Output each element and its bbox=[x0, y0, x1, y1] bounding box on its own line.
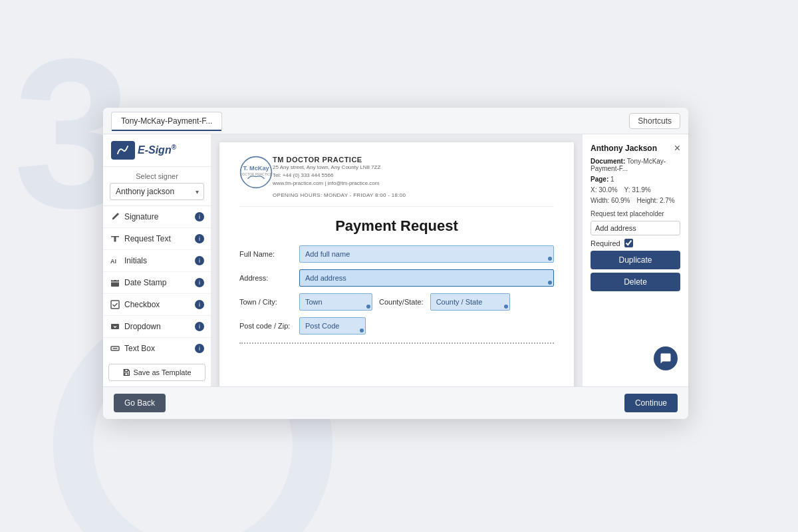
form-row-postcode: Post code / Zip: Post Code bbox=[239, 317, 554, 334]
required-checkbox[interactable] bbox=[624, 239, 633, 247]
panel-x: X: 30.0% bbox=[591, 186, 618, 194]
doc-contact: Tel: +44 (0) 333 444 5566 bbox=[273, 172, 406, 180]
main-modal: Tony-McKay-Payment-F... Shortcuts E-Sign… bbox=[103, 108, 688, 419]
modal-footer: Go Back Continue bbox=[103, 386, 688, 419]
delete-button[interactable]: Delete bbox=[591, 273, 680, 291]
dotted-divider bbox=[239, 342, 554, 344]
signer-select-wrapper[interactable]: Anthony jackson bbox=[110, 183, 204, 200]
sidebar: E-Sign® Select signer Anthony jackson Si… bbox=[103, 134, 211, 386]
panel-width: Width: 60.9% bbox=[591, 197, 630, 204]
textbox-icon bbox=[110, 343, 120, 354]
doctor-logo: T. McKay DOCTOR PRACTICE bbox=[239, 156, 273, 189]
svg-text:T. McKay: T. McKay bbox=[243, 165, 269, 172]
resize-handle-fullname[interactable] bbox=[548, 257, 552, 261]
panel-page-label: Page: bbox=[591, 176, 608, 183]
info-icon-request-text: i bbox=[195, 234, 204, 243]
select-signer-section: Select signer Anthony jackson bbox=[103, 167, 211, 206]
required-label: Required bbox=[591, 239, 620, 247]
shortcuts-button[interactable]: Shortcuts bbox=[629, 113, 680, 129]
field-county-placeholder: County / State bbox=[436, 298, 483, 306]
doc-website: www.tm-practice.com | info@tm-practice.c… bbox=[273, 180, 406, 188]
panel-height: Height: 2.7% bbox=[636, 197, 674, 204]
field-county-state[interactable]: County / State bbox=[430, 293, 510, 311]
sidebar-label-text-box: Text Box bbox=[124, 344, 191, 353]
chat-bubble[interactable] bbox=[654, 346, 678, 370]
doc-info: TM DOCTOR PRACTICE 25 Any street, Any to… bbox=[273, 156, 406, 200]
logo-icon bbox=[111, 141, 135, 160]
resize-handle-town[interactable] bbox=[366, 305, 370, 309]
doc-address: 25 Any street, Any town, Any County LN8 … bbox=[273, 164, 406, 172]
sidebar-label-checkbox: Checkbox bbox=[124, 300, 191, 309]
continue-button[interactable]: Continue bbox=[624, 394, 678, 412]
document-tab[interactable]: Tony-McKay-Payment-F... bbox=[111, 112, 222, 130]
panel-y: Y: 31.9% bbox=[624, 186, 651, 194]
svg-rect-2 bbox=[111, 301, 119, 309]
field-fullname[interactable]: Add full name bbox=[299, 245, 554, 263]
duplicate-button[interactable]: Duplicate bbox=[591, 251, 680, 269]
tab-label: Tony-McKay-Payment-F... bbox=[121, 116, 212, 126]
doc-hours: OPENING HOURS: MONDAY - FRIDAY 8:00 - 18… bbox=[273, 192, 406, 200]
sidebar-label-dropdown: Dropdown bbox=[124, 322, 191, 331]
doc-header: T. McKay DOCTOR PRACTICE TM DOCTOR PRACT… bbox=[239, 156, 554, 207]
modal-header: Tony-McKay-Payment-F... Shortcuts bbox=[103, 108, 688, 134]
save-template-label: Save as Template bbox=[133, 368, 191, 376]
practice-name: TM DOCTOR PRACTICE bbox=[273, 156, 406, 164]
field-address[interactable]: Add address bbox=[299, 269, 554, 287]
panel-dimensions: Width: 60.9% Height: 2.7% bbox=[591, 197, 680, 204]
panel-placeholder-input[interactable] bbox=[591, 221, 680, 235]
sidebar-item-text-box[interactable]: Text Box i bbox=[103, 338, 211, 358]
info-icon-checkbox: i bbox=[195, 300, 204, 309]
right-panel: Anthony Jackson × Document: Tony-McKay-P… bbox=[582, 134, 688, 386]
modal-body: E-Sign® Select signer Anthony jackson Si… bbox=[103, 134, 688, 386]
svg-text:DOCTOR PRACTICE: DOCTOR PRACTICE bbox=[240, 172, 273, 176]
info-icon-dropdown: i bbox=[195, 322, 204, 331]
calendar-icon bbox=[110, 277, 120, 288]
save-template-button[interactable]: Save as Template bbox=[108, 364, 205, 381]
go-back-button[interactable]: Go Back bbox=[114, 394, 166, 412]
field-town[interactable]: Town bbox=[299, 293, 372, 311]
sidebar-item-initials[interactable]: AI Initials i bbox=[103, 250, 211, 272]
form-row-town-county: Town / City: Town County/State: County /… bbox=[239, 293, 554, 311]
sidebar-label-date-stamp: Date Stamp bbox=[124, 278, 191, 287]
dropdown-icon bbox=[110, 321, 120, 332]
sidebar-item-signature[interactable]: Signature i bbox=[103, 206, 211, 228]
select-signer-label: Select signer bbox=[110, 172, 204, 180]
right-panel-content: Anthony Jackson × Document: Tony-McKay-P… bbox=[591, 142, 680, 291]
label-town: Town / City: bbox=[239, 298, 293, 306]
resize-handle-postcode[interactable] bbox=[360, 329, 364, 332]
field-town-placeholder: Town bbox=[305, 298, 323, 306]
panel-document-label: Document: bbox=[591, 158, 625, 165]
sidebar-item-dropdown[interactable]: Dropdown i bbox=[103, 316, 211, 338]
sidebar-label-request-text: Request Text bbox=[124, 234, 191, 243]
logo-text: E-Sign® bbox=[138, 144, 176, 156]
panel-document-row: Document: Tony-McKay-Payment-F... bbox=[591, 158, 680, 172]
sidebar-item-request-text[interactable]: Request Text i bbox=[103, 228, 211, 250]
resize-handle-county[interactable] bbox=[504, 305, 508, 309]
panel-signer-name: Anthony Jackson bbox=[591, 144, 657, 153]
info-icon-text-box: i bbox=[195, 344, 204, 353]
label-fullname: Full Name: bbox=[239, 250, 293, 258]
sidebar-item-date-stamp[interactable]: Date Stamp i bbox=[103, 272, 211, 294]
signer-select[interactable]: Anthony jackson bbox=[110, 183, 204, 200]
svg-rect-3 bbox=[111, 324, 119, 329]
resize-handle-address[interactable] bbox=[548, 281, 552, 285]
field-postcode[interactable]: Post Code bbox=[299, 317, 366, 334]
label-postcode: Post code / Zip: bbox=[239, 322, 293, 330]
sidebar-label-initials: Initials bbox=[124, 256, 191, 265]
sidebar-item-checkbox[interactable]: Checkbox i bbox=[103, 294, 211, 316]
initials-icon: AI bbox=[110, 255, 120, 266]
payment-title: Payment Request bbox=[239, 217, 554, 235]
checkbox-icon bbox=[110, 299, 120, 310]
field-address-placeholder: Add address bbox=[305, 274, 346, 282]
svg-rect-13 bbox=[125, 370, 128, 372]
text-icon bbox=[110, 233, 120, 244]
panel-coords: X: 30.0% Y: 31.9% bbox=[591, 186, 680, 194]
close-icon[interactable]: × bbox=[674, 142, 680, 154]
label-county: County/State: bbox=[379, 298, 424, 306]
info-icon-signature: i bbox=[195, 212, 204, 221]
panel-placeholder-label: Request text placeholder bbox=[591, 210, 680, 217]
document-page: T. McKay DOCTOR PRACTICE TM DOCTOR PRACT… bbox=[219, 142, 574, 386]
field-fullname-placeholder: Add full name bbox=[305, 250, 350, 258]
sidebar-items: Signature i Request Text i AI Initials i bbox=[103, 206, 211, 358]
sidebar-logo: E-Sign® bbox=[103, 134, 211, 167]
